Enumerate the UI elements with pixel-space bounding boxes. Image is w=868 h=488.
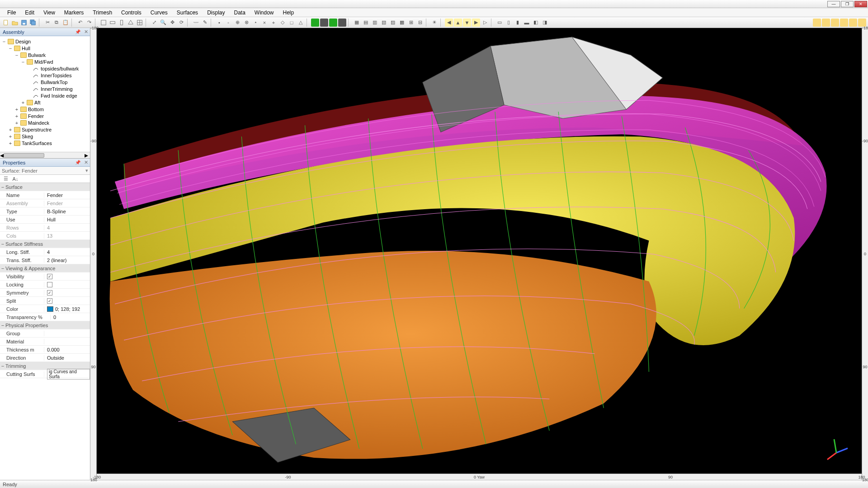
- property-grid[interactable]: −Surface NameFender AssemblyFender TypeB…: [0, 183, 90, 480]
- menu-file[interactable]: File: [3, 9, 20, 17]
- chevron-down-icon[interactable]: ▾: [84, 168, 90, 174]
- menu-data[interactable]: Data: [229, 9, 250, 17]
- render-hidden-icon[interactable]: [329, 19, 337, 27]
- menu-view[interactable]: View: [39, 9, 60, 17]
- prop-long-stiff[interactable]: Long. Stiff.4: [0, 248, 90, 256]
- undo-icon[interactable]: ↶: [76, 19, 84, 27]
- nav-right-icon[interactable]: ▶: [472, 19, 480, 27]
- tree-item[interactable]: −Hull: [2, 45, 88, 52]
- prop-material[interactable]: Material: [0, 338, 90, 346]
- minimize-button[interactable]: —: [827, 1, 840, 7]
- prop-thickness[interactable]: Thickness m0.000: [0, 346, 90, 354]
- tree-item[interactable]: −Bulwark: [2, 52, 88, 58]
- layer5-icon[interactable]: [849, 19, 857, 27]
- marker7-icon[interactable]: +: [269, 19, 278, 27]
- nav-down-icon[interactable]: ▼: [463, 19, 471, 27]
- render-trans-icon[interactable]: [338, 19, 346, 27]
- tree-item[interactable]: InnerTrimming: [2, 85, 88, 92]
- assembly-panel-header[interactable]: Assembly 📌 ✕: [0, 28, 90, 36]
- marker3-icon[interactable]: ⊕: [233, 19, 241, 27]
- curve-edit-icon[interactable]: ✎: [201, 19, 209, 27]
- prop-trans-stiff[interactable]: Trans. Stiff.2 (linear): [0, 256, 90, 264]
- marker6-icon[interactable]: ×: [260, 19, 269, 27]
- layer3-icon[interactable]: [831, 19, 839, 27]
- view-side-icon[interactable]: [108, 19, 117, 27]
- marker2-icon[interactable]: ◦: [224, 19, 232, 27]
- cat-physical[interactable]: −Physical Properties: [0, 321, 90, 329]
- tree-item[interactable]: +Maindeck: [2, 119, 88, 126]
- tree-item[interactable]: +Fender: [2, 113, 88, 119]
- prop-locking[interactable]: Locking: [0, 281, 90, 289]
- rotate-icon[interactable]: ⟳: [177, 19, 185, 27]
- panel2-icon[interactable]: ▯: [505, 19, 513, 27]
- alphabetical-icon[interactable]: A↓: [11, 175, 19, 183]
- layer2-icon[interactable]: [822, 19, 830, 27]
- zoom-fit-icon[interactable]: ⤢: [150, 19, 158, 27]
- ruler-bottom[interactable]: -180-900 Yaw90180: [97, 474, 862, 480]
- prop-cutting-surfs[interactable]: Cutting Surfsig Curves and Surfa: [0, 370, 90, 378]
- menu-curves[interactable]: Curves: [146, 9, 172, 17]
- layer1-icon[interactable]: [813, 19, 821, 27]
- prop-direction[interactable]: DirectionOutside: [0, 354, 90, 362]
- tree-item[interactable]: InnerTopsides: [2, 72, 88, 79]
- panel1-icon[interactable]: ▭: [495, 19, 504, 27]
- zoom-window-icon[interactable]: 🔍: [159, 19, 167, 27]
- tree-item[interactable]: −Mid/Fwd: [2, 58, 88, 65]
- marker8-icon[interactable]: ◇: [278, 19, 287, 27]
- grid8-icon[interactable]: ⊟: [416, 19, 424, 27]
- panel6-icon[interactable]: ◨: [541, 19, 549, 27]
- pan-icon[interactable]: ✥: [168, 19, 176, 27]
- tree-item[interactable]: +Bottom: [2, 106, 88, 113]
- redo-icon[interactable]: ↷: [85, 19, 93, 27]
- nav-play-icon[interactable]: ▷: [481, 19, 489, 27]
- menu-help[interactable]: Help: [278, 9, 299, 17]
- menu-edit[interactable]: Edit: [20, 9, 39, 17]
- cat-view[interactable]: −Viewing & Appearance: [0, 264, 90, 272]
- view-front-icon[interactable]: [118, 19, 126, 27]
- panel3-icon[interactable]: ▮: [514, 19, 522, 27]
- marker4-icon[interactable]: ⊗: [242, 19, 250, 27]
- marker10-icon[interactable]: △: [297, 19, 305, 27]
- cat-surface[interactable]: −Surface: [0, 183, 90, 191]
- menu-markers[interactable]: Markers: [60, 9, 88, 17]
- view-persp-icon[interactable]: [127, 19, 135, 27]
- tree-item[interactable]: −Design: [2, 38, 88, 45]
- properties-panel-header[interactable]: Properties 📌 ✕: [0, 159, 90, 167]
- close-button[interactable]: ✕: [854, 1, 867, 7]
- curve-tool-icon[interactable]: 〰: [192, 19, 200, 27]
- grid6-icon[interactable]: ▩: [398, 19, 406, 27]
- grid3-icon[interactable]: ▥: [371, 19, 379, 27]
- layer4-icon[interactable]: [840, 19, 848, 27]
- paste-icon[interactable]: 📋: [61, 19, 70, 27]
- menu-controls[interactable]: Controls: [117, 9, 146, 17]
- prop-type[interactable]: TypeB-Spline: [0, 207, 90, 216]
- panel5-icon[interactable]: ◧: [532, 19, 540, 27]
- panel4-icon[interactable]: ▬: [523, 19, 531, 27]
- tree-item[interactable]: +TankSurfaces: [2, 140, 88, 146]
- grid2-icon[interactable]: ▤: [362, 19, 370, 27]
- prop-use[interactable]: UseHull: [0, 216, 90, 224]
- render-wire-icon[interactable]: [320, 19, 328, 27]
- ruler-right[interactable]: -180-90090180: [862, 28, 868, 480]
- tree-item[interactable]: BullwarkTop: [2, 79, 88, 85]
- grid4-icon[interactable]: ▧: [380, 19, 388, 27]
- property-selector[interactable]: Surface: Fender ▾: [0, 167, 90, 175]
- marker1-icon[interactable]: •: [215, 19, 223, 27]
- menu-window[interactable]: Window: [250, 9, 278, 17]
- prop-split[interactable]: Split✓: [0, 297, 90, 305]
- prop-group[interactable]: Group: [0, 329, 90, 338]
- nav-up-icon[interactable]: ▲: [454, 19, 462, 27]
- render-shaded-icon[interactable]: [311, 19, 319, 27]
- tree-item[interactable]: +Aft: [2, 99, 88, 106]
- scroll-thumb[interactable]: [4, 153, 44, 158]
- close-panel-icon[interactable]: ✕: [82, 29, 90, 35]
- checkbox-checked-icon[interactable]: ✓: [47, 274, 52, 279]
- save-icon[interactable]: [20, 19, 28, 27]
- menu-trimesh[interactable]: Trimesh: [88, 9, 117, 17]
- color-swatch[interactable]: [47, 306, 53, 312]
- tree-hscroll[interactable]: ◂ ▸: [0, 152, 90, 158]
- maximize-button[interactable]: ❐: [841, 1, 854, 7]
- nav-left-icon[interactable]: ◀: [445, 19, 453, 27]
- marker5-icon[interactable]: ⋆: [251, 19, 259, 27]
- prop-transparency[interactable]: Transparency %0: [0, 313, 90, 321]
